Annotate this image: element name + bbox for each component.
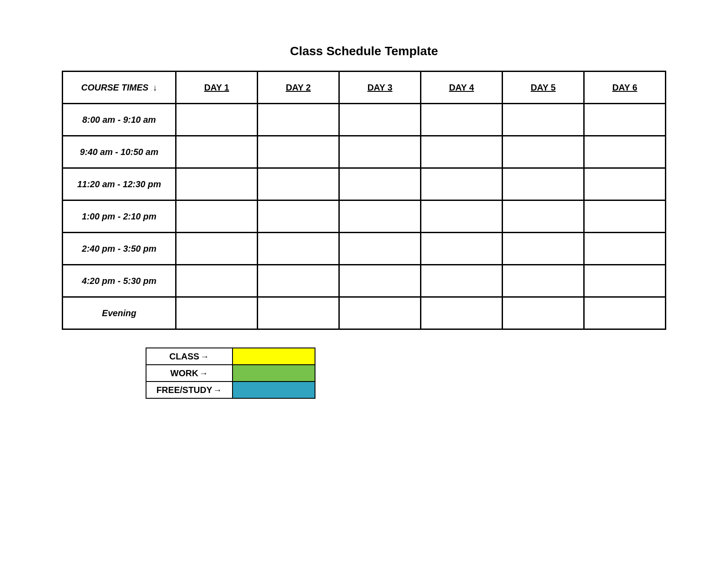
time-label: Evening — [63, 297, 176, 329]
legend-label-text: FREE/STUDY — [156, 385, 212, 395]
time-label: 1:00 pm - 2:10 pm — [63, 200, 176, 233]
time-label: 2:40 pm - 3:50 pm — [63, 233, 176, 265]
schedule-cell — [176, 168, 258, 200]
schedule-cell — [258, 297, 339, 329]
schedule-cell — [421, 297, 503, 329]
schedule-table: COURSE TIMES ↓ DAY 1 DAY 2 DAY 3 DAY 4 D… — [62, 71, 666, 330]
legend-label-text: CLASS — [169, 351, 199, 361]
time-label: 9:40 am - 10:50 am — [63, 136, 176, 168]
schedule-cell — [258, 168, 339, 200]
schedule-cell — [339, 233, 421, 265]
legend-label-class: CLASS→ — [146, 348, 233, 365]
schedule-cell — [258, 233, 339, 265]
table-row: 11:20 am - 12:30 pm — [63, 168, 666, 200]
down-arrow-icon: ↓ — [153, 83, 157, 92]
course-times-header-text: COURSE TIMES — [81, 83, 148, 92]
schedule-cell — [258, 136, 339, 168]
schedule-cell — [584, 297, 666, 329]
table-row: 1:00 pm - 2:10 pm — [63, 200, 666, 233]
schedule-cell — [584, 168, 666, 200]
day-header-1: DAY 1 — [176, 72, 258, 104]
legend-label-work: WORK→ — [146, 365, 233, 382]
page-title: Class Schedule Template — [0, 44, 728, 58]
schedule-cell — [421, 168, 503, 200]
schedule-cell — [176, 297, 258, 329]
schedule-cell — [503, 168, 584, 200]
day-header-4: DAY 4 — [421, 72, 503, 104]
table-row: 8:00 am - 9:10 am — [63, 104, 666, 136]
schedule-cell — [503, 233, 584, 265]
legend-row-class: CLASS→ — [146, 348, 315, 365]
day-header-6: DAY 6 — [584, 72, 666, 104]
day-header-5: DAY 5 — [503, 72, 584, 104]
schedule-cell — [176, 104, 258, 136]
schedule-cell — [258, 104, 339, 136]
schedule-cell — [503, 136, 584, 168]
schedule-cell — [503, 265, 584, 297]
schedule-cell — [339, 200, 421, 233]
day-header-2: DAY 2 — [258, 72, 339, 104]
legend: CLASS→ WORK→ FREE/STUDY→ — [146, 348, 315, 399]
table-row: Evening — [63, 297, 666, 329]
right-arrow-icon: → — [200, 351, 209, 361]
schedule-cell — [176, 265, 258, 297]
course-times-header: COURSE TIMES ↓ — [63, 72, 176, 104]
table-row: 9:40 am - 10:50 am — [63, 136, 666, 168]
schedule-cell — [176, 200, 258, 233]
legend-swatch-class — [233, 348, 315, 365]
schedule-cell — [584, 104, 666, 136]
schedule-cell — [339, 104, 421, 136]
time-label: 4:20 pm - 5:30 pm — [63, 265, 176, 297]
schedule-cell — [258, 265, 339, 297]
schedule-cell — [339, 136, 421, 168]
schedule-cell — [421, 233, 503, 265]
table-row: 4:20 pm - 5:30 pm — [63, 265, 666, 297]
schedule-cell — [584, 233, 666, 265]
schedule-cell — [421, 136, 503, 168]
right-arrow-icon: → — [213, 385, 222, 395]
schedule-cell — [503, 297, 584, 329]
day-header-3: DAY 3 — [339, 72, 421, 104]
legend-label-free: FREE/STUDY→ — [146, 382, 233, 398]
header-row: COURSE TIMES ↓ DAY 1 DAY 2 DAY 3 DAY 4 D… — [63, 72, 666, 104]
legend-swatch-work — [233, 365, 315, 382]
schedule-cell — [503, 104, 584, 136]
legend-row-work: WORK→ — [146, 365, 315, 382]
schedule-cell — [176, 233, 258, 265]
schedule-cell — [421, 200, 503, 233]
schedule-cell — [258, 200, 339, 233]
legend-label-text: WORK — [170, 368, 198, 378]
schedule-cell — [339, 265, 421, 297]
legend-row-free: FREE/STUDY→ — [146, 382, 315, 398]
schedule-cell — [421, 104, 503, 136]
schedule-cell — [421, 265, 503, 297]
schedule-table-wrap: COURSE TIMES ↓ DAY 1 DAY 2 DAY 3 DAY 4 D… — [62, 71, 666, 330]
table-row: 2:40 pm - 3:50 pm — [63, 233, 666, 265]
legend-swatch-free — [233, 382, 315, 398]
schedule-cell — [584, 136, 666, 168]
schedule-cell — [584, 265, 666, 297]
schedule-cell — [176, 136, 258, 168]
page: Class Schedule Template COURSE TIMES ↓ D… — [0, 0, 728, 563]
schedule-cell — [339, 168, 421, 200]
schedule-cell — [503, 200, 584, 233]
legend-table: CLASS→ WORK→ FREE/STUDY→ — [146, 348, 315, 399]
time-label: 8:00 am - 9:10 am — [63, 104, 176, 136]
schedule-cell — [339, 297, 421, 329]
schedule-cell — [584, 200, 666, 233]
right-arrow-icon: → — [199, 368, 208, 378]
time-label: 11:20 am - 12:30 pm — [63, 168, 176, 200]
